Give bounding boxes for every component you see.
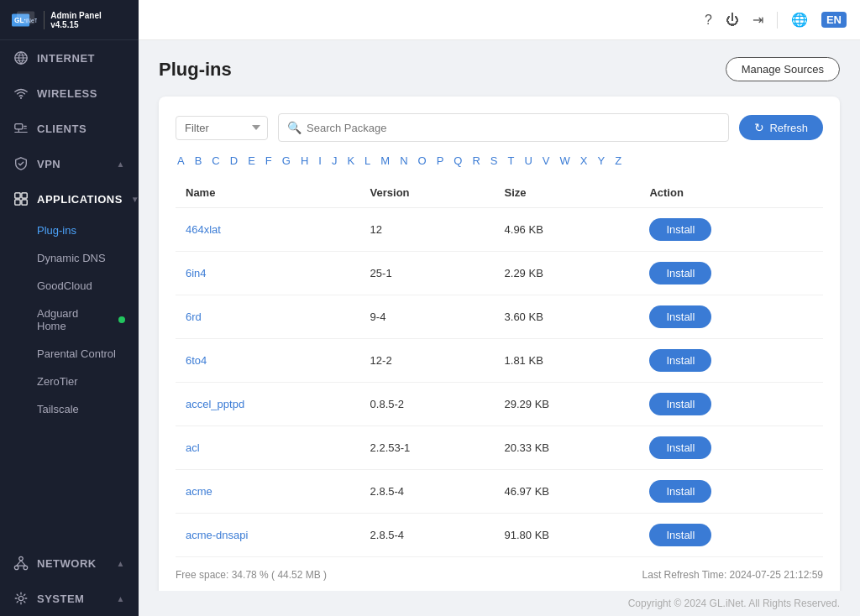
alpha-letter-A[interactable]: A bbox=[176, 154, 186, 168]
sidebar-subitem-tailscale[interactable]: Tailscale bbox=[0, 395, 139, 423]
logout-icon[interactable]: ⇥ bbox=[752, 12, 763, 28]
alpha-letter-N[interactable]: N bbox=[398, 154, 409, 168]
install-button[interactable]: Install bbox=[649, 262, 711, 285]
alpha-letter-I[interactable]: I bbox=[317, 154, 323, 168]
pkg-name-link[interactable]: acme-dnsapi bbox=[186, 529, 248, 541]
alpha-letter-Z[interactable]: Z bbox=[613, 154, 623, 168]
alpha-letter-S[interactable]: S bbox=[489, 154, 500, 168]
alpha-letter-W[interactable]: W bbox=[558, 154, 572, 168]
pkg-name-cell: accel_pptpd bbox=[176, 383, 360, 426]
pkg-action-cell: Install bbox=[639, 514, 823, 557]
pkg-version-cell: 2.2.53-1 bbox=[360, 426, 495, 470]
svg-point-14 bbox=[18, 596, 23, 600]
pkg-name-link[interactable]: 6to4 bbox=[186, 354, 207, 367]
card-footer: Free space: 34.78 % ( 44.52 MB ) Last Re… bbox=[176, 569, 823, 581]
sidebar-subitem-plugins[interactable]: Plug-ins bbox=[0, 217, 139, 244]
gl-inet-logo: GL· iNeT bbox=[12, 10, 37, 30]
sidebar-item-applications[interactable]: APPLICATIONS ▼ bbox=[0, 181, 139, 217]
alpha-letter-U[interactable]: U bbox=[522, 154, 533, 168]
pkg-version-cell: 12-2 bbox=[360, 339, 495, 383]
internet-label: INTERNET bbox=[37, 52, 95, 65]
pkg-name-cell: acme-dnsapi bbox=[176, 514, 360, 557]
shield-icon bbox=[13, 156, 29, 171]
table-row: acme-dnsapi 2.8.5-4 91.80 KB Install bbox=[176, 514, 823, 557]
pkg-action-cell: Install bbox=[639, 470, 823, 514]
alpha-letter-C[interactable]: C bbox=[210, 154, 221, 168]
page-header: Plug-ins Manage Sources bbox=[159, 57, 840, 81]
col-size: Size bbox=[495, 180, 640, 208]
sidebar-subitem-adguard-home[interactable]: Adguard Home bbox=[0, 300, 139, 340]
alpha-letter-H[interactable]: H bbox=[299, 154, 310, 168]
search-input[interactable] bbox=[307, 122, 720, 134]
refresh-label: Refresh bbox=[769, 122, 808, 134]
pkg-name-link[interactable]: 6in4 bbox=[186, 267, 207, 279]
globe-icon bbox=[13, 50, 29, 65]
sidebar-item-system[interactable]: SYSTEM ▲ bbox=[0, 581, 139, 616]
svg-point-13 bbox=[24, 566, 28, 570]
page-title: Plug-ins bbox=[159, 59, 232, 81]
help-icon[interactable]: ? bbox=[705, 13, 712, 28]
copyright: Copyright © 2024 GL.iNet. All Rights Res… bbox=[139, 591, 860, 616]
install-button[interactable]: Install bbox=[649, 436, 711, 459]
svg-point-12 bbox=[14, 566, 18, 570]
applications-chevron: ▼ bbox=[131, 195, 139, 204]
zerotier-label: ZeroTier bbox=[37, 375, 78, 388]
pkg-name-link[interactable]: accel_pptpd bbox=[186, 398, 244, 410]
alpha-letter-Q[interactable]: Q bbox=[452, 154, 464, 168]
alpha-letter-K[interactable]: K bbox=[345, 154, 356, 168]
alpha-letter-D[interactable]: D bbox=[228, 154, 239, 168]
filter-select[interactable]: Filter bbox=[176, 116, 268, 140]
svg-point-5 bbox=[20, 97, 22, 99]
sidebar-subitem-zerotier[interactable]: ZeroTier bbox=[0, 368, 139, 395]
install-button[interactable]: Install bbox=[649, 218, 711, 241]
alpha-letter-X[interactable]: X bbox=[579, 154, 590, 168]
alpha-letter-R[interactable]: R bbox=[470, 154, 481, 168]
manage-sources-button[interactable]: Manage Sources bbox=[726, 57, 840, 81]
install-button[interactable]: Install bbox=[649, 524, 711, 546]
clients-icon bbox=[13, 121, 29, 136]
alpha-letter-M[interactable]: M bbox=[379, 154, 391, 168]
network-label: NETWORK bbox=[37, 557, 97, 570]
install-button[interactable]: Install bbox=[649, 349, 711, 372]
pkg-name-link[interactable]: acme bbox=[186, 485, 212, 498]
network-status-icon[interactable]: 🌐 bbox=[791, 12, 808, 28]
alpha-letter-P[interactable]: P bbox=[435, 154, 446, 168]
alpha-letter-B[interactable]: B bbox=[193, 154, 204, 168]
alpha-letter-L[interactable]: L bbox=[363, 154, 372, 168]
language-button[interactable]: EN bbox=[821, 12, 847, 28]
alpha-letter-Y[interactable]: Y bbox=[595, 154, 606, 168]
pkg-name-link[interactable]: 464xlat bbox=[186, 223, 221, 236]
alpha-letter-O[interactable]: O bbox=[417, 154, 428, 168]
sidebar-subitem-dynamic-dns[interactable]: Dynamic DNS bbox=[0, 244, 139, 272]
refresh-button[interactable]: ↻ Refresh bbox=[739, 115, 823, 140]
table-row: 6in4 25-1 2.29 KB Install bbox=[176, 252, 823, 295]
sidebar-item-vpn[interactable]: VPN ▲ bbox=[0, 146, 139, 181]
alpha-letter-J[interactable]: J bbox=[330, 154, 339, 168]
pkg-name-link[interactable]: acl bbox=[186, 441, 200, 454]
pkg-size-cell: 91.80 KB bbox=[495, 514, 640, 557]
install-button[interactable]: Install bbox=[649, 305, 711, 328]
pkg-name-link[interactable]: 6rd bbox=[186, 311, 202, 323]
pkg-size-cell: 2.29 KB bbox=[495, 252, 640, 295]
alpha-letter-E[interactable]: E bbox=[246, 154, 257, 168]
power-icon[interactable]: ⏻ bbox=[726, 13, 739, 28]
pkg-size-cell: 29.29 KB bbox=[495, 383, 640, 426]
svg-rect-9 bbox=[15, 200, 20, 205]
sidebar-subitem-goodcloud[interactable]: GoodCloud bbox=[0, 272, 139, 300]
sidebar-subitem-parental-control[interactable]: Parental Control bbox=[0, 340, 139, 368]
sidebar-item-clients[interactable]: CLIENTS bbox=[0, 111, 139, 146]
sidebar-item-wireless[interactable]: WIRELESS bbox=[0, 76, 139, 111]
alpha-letter-F[interactable]: F bbox=[264, 154, 274, 168]
adguard-home-status-dot bbox=[118, 316, 125, 323]
install-button[interactable]: Install bbox=[649, 393, 711, 415]
system-label: SYSTEM bbox=[37, 593, 84, 605]
admin-panel-label: Admin Panel v4.5.15 bbox=[44, 11, 127, 29]
dynamic-dns-label: Dynamic DNS bbox=[37, 252, 106, 264]
alpha-letter-G[interactable]: G bbox=[281, 154, 292, 168]
pkg-size-cell: 3.60 KB bbox=[495, 295, 640, 339]
alpha-letter-T[interactable]: T bbox=[506, 154, 517, 168]
alpha-letter-V[interactable]: V bbox=[541, 154, 552, 168]
sidebar-item-internet[interactable]: INTERNET bbox=[0, 40, 139, 76]
install-button[interactable]: Install bbox=[649, 480, 711, 503]
sidebar-item-network[interactable]: NETWORK ▲ bbox=[0, 546, 139, 581]
